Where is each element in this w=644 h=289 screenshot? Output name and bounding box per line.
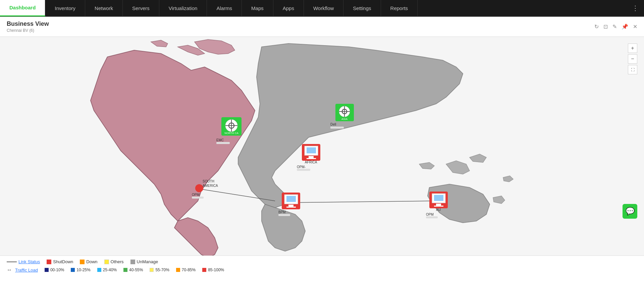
nav-inventory[interactable]: Inventory bbox=[45, 0, 85, 16]
world-map: NORTH CA EMC ASIA Dell bbox=[0, 37, 644, 256]
header-text: Business View Chennai BV (6) bbox=[7, 20, 49, 33]
svg-rect-20 bbox=[307, 158, 316, 159]
shutdown-label: ShutDown bbox=[53, 259, 73, 264]
page-header: Business View Chennai BV (6) ↻ ⊡ ✎ 📌 ✕ bbox=[0, 17, 644, 37]
traffic-dot-4 bbox=[150, 268, 154, 272]
legend-shutdown: ShutDown bbox=[47, 259, 73, 264]
svg-rect-23 bbox=[297, 169, 310, 171]
nav-servers[interactable]: Servers bbox=[123, 0, 159, 16]
link-africa-australia bbox=[288, 201, 433, 203]
traffic-40-55: 40-55% bbox=[123, 268, 143, 272]
page-title: Business View bbox=[7, 20, 49, 27]
traffic-10-25: 10-25% bbox=[71, 268, 90, 272]
page-subtitle: Chennai BV (6) bbox=[7, 28, 49, 33]
close-icon[interactable]: ✕ bbox=[633, 23, 637, 30]
legend-others: Others bbox=[104, 259, 124, 264]
navbar: Dashboard Inventory Network Servers Virt… bbox=[0, 0, 644, 17]
traffic-label-1: 10-25% bbox=[76, 268, 90, 272]
traffic-label-3: 40-55% bbox=[129, 268, 143, 272]
nav-workflow[interactable]: Workflow bbox=[304, 0, 343, 16]
zoom-fit-button[interactable]: ⛶ bbox=[628, 65, 637, 74]
zoom-out-button[interactable]: − bbox=[628, 54, 637, 64]
traffic-dot-6 bbox=[202, 268, 206, 272]
svg-text:AMERICA: AMERICA bbox=[203, 184, 218, 188]
link-line-icon bbox=[7, 262, 17, 262]
nav-apps[interactable]: Apps bbox=[273, 0, 304, 16]
svg-rect-38 bbox=[434, 195, 443, 201]
traffic-label-5: 70-85% bbox=[182, 268, 196, 272]
chat-button[interactable]: 💬 bbox=[623, 204, 637, 219]
link-status-label[interactable]: Link Status bbox=[18, 259, 40, 264]
svg-text:AU: AU bbox=[436, 208, 441, 212]
header-icons: ↻ ⊡ ✎ 📌 ✕ bbox=[594, 23, 637, 30]
traffic-dot-3 bbox=[123, 268, 127, 272]
svg-rect-39 bbox=[436, 204, 441, 206]
legend-traffic-row: ↔ Traffic Load 00-10% 10-25% 25-40% 40-5… bbox=[7, 267, 637, 273]
svg-text:Dell: Dell bbox=[330, 123, 336, 126]
svg-rect-32 bbox=[288, 205, 293, 207]
unmanage-dot bbox=[130, 260, 135, 264]
traffic-55-70: 55-70% bbox=[150, 268, 169, 272]
bookmark-icon[interactable]: ⊡ bbox=[603, 23, 608, 30]
svg-rect-43 bbox=[426, 216, 438, 218]
traffic-dot-5 bbox=[176, 268, 180, 272]
pin-icon[interactable]: 📌 bbox=[622, 23, 628, 30]
svg-rect-15 bbox=[330, 127, 344, 129]
nav-network[interactable]: Network bbox=[85, 0, 123, 16]
traffic-label-4: 55-70% bbox=[155, 268, 169, 272]
traffic-85-100: 85-100% bbox=[202, 268, 224, 272]
chat-icon: 💬 bbox=[626, 207, 635, 216]
traffic-load-label[interactable]: Traffic Load bbox=[15, 268, 38, 273]
traffic-dot-2 bbox=[97, 268, 101, 272]
svg-rect-19 bbox=[309, 156, 314, 158]
svg-text:AFRICA: AFRICA bbox=[305, 160, 317, 164]
nav-virtualization[interactable]: Virtualization bbox=[159, 0, 207, 16]
refresh-icon[interactable]: ↻ bbox=[594, 23, 599, 30]
legend-status-row: Link Status ShutDown Down Others UnManag… bbox=[7, 259, 637, 264]
nav-reports[interactable]: Reports bbox=[381, 0, 418, 16]
svg-text:BPM: BPM bbox=[278, 210, 286, 214]
svg-rect-31 bbox=[286, 196, 296, 202]
svg-text:OPM-: OPM- bbox=[297, 165, 306, 169]
others-dot bbox=[104, 260, 109, 264]
zoom-controls: + − ⛶ bbox=[628, 44, 637, 74]
down-dot bbox=[80, 260, 85, 264]
svg-text:OPM: OPM bbox=[426, 213, 434, 216]
legend-down: Down bbox=[80, 259, 97, 264]
traffic-0-10: 00-10% bbox=[45, 268, 64, 272]
svg-rect-28 bbox=[192, 197, 204, 199]
continent-eurasia-africa bbox=[195, 40, 513, 251]
down-label: Down bbox=[86, 259, 97, 264]
svg-rect-33 bbox=[286, 207, 296, 208]
legend: Link Status ShutDown Down Others UnManag… bbox=[0, 256, 644, 289]
svg-text:OPM: OPM bbox=[192, 193, 200, 197]
traffic-arrow-icon: ↔ bbox=[7, 267, 12, 273]
map-area: + − ⛶ bbox=[0, 37, 644, 256]
nav-settings[interactable]: Settings bbox=[343, 0, 381, 16]
legend-traffic-load: ↔ Traffic Load bbox=[7, 267, 38, 273]
svg-text:SOUTH: SOUTH bbox=[203, 179, 214, 183]
edit-icon[interactable]: ✎ bbox=[612, 23, 617, 30]
traffic-25-40: 25-40% bbox=[97, 268, 117, 272]
legend-link-status: Link Status bbox=[7, 259, 40, 264]
nav-dashboard[interactable]: Dashboard bbox=[0, 0, 45, 16]
continent-north-america bbox=[91, 40, 255, 256]
traffic-label-6: 85-100% bbox=[208, 268, 224, 272]
node-africa-center[interactable]: AFRICA OPM- bbox=[297, 144, 320, 171]
svg-text:EMC: EMC bbox=[216, 138, 224, 142]
svg-text:NORTH CA: NORTH CA bbox=[224, 132, 238, 135]
nav-maps[interactable]: Maps bbox=[242, 0, 273, 16]
zoom-in-button[interactable]: + bbox=[628, 44, 637, 53]
nav-alarms[interactable]: Alarms bbox=[207, 0, 242, 16]
nav-more-button[interactable]: ⋮ bbox=[627, 0, 644, 16]
traffic-dot-0 bbox=[45, 268, 49, 272]
svg-rect-18 bbox=[307, 147, 316, 153]
traffic-70-85: 70-85% bbox=[176, 268, 196, 272]
svg-point-24 bbox=[195, 184, 203, 192]
traffic-label-2: 25-40% bbox=[103, 268, 117, 272]
svg-text:ASIA: ASIA bbox=[341, 118, 348, 121]
unmanage-label: UnManage bbox=[137, 259, 158, 264]
others-label: Others bbox=[111, 259, 124, 264]
traffic-dot-1 bbox=[71, 268, 75, 272]
traffic-label-0: 00-10% bbox=[50, 268, 64, 272]
